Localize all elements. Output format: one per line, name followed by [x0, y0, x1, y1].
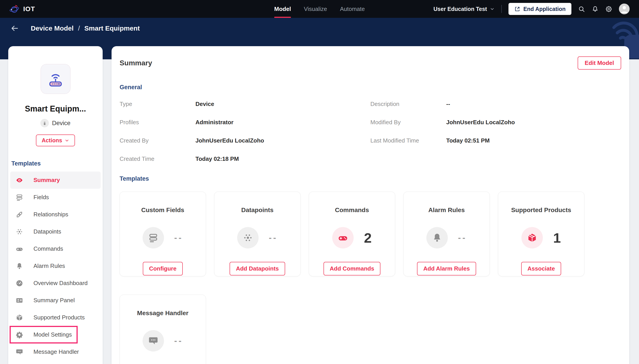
tab-model[interactable]: Model — [274, 0, 291, 18]
card-count-value: 1 — [553, 230, 561, 246]
field-value: JohnUserEdu LocalZoho — [446, 119, 515, 126]
bell-icon — [16, 262, 23, 270]
template-card-alarm-rules: Alarm Rules--Add Alarm Rules — [404, 192, 490, 276]
end-application-button[interactable]: End Application — [508, 3, 572, 15]
card-title: Commands — [335, 206, 369, 214]
associate-button[interactable]: Associate — [521, 262, 561, 276]
general-section-title: General — [120, 84, 621, 91]
sidebar-item-summary[interactable]: Summary — [10, 172, 100, 189]
sidebar-item-alarm-rules[interactable]: Alarm Rules — [10, 258, 100, 274]
model-type-row: Device — [8, 119, 103, 127]
general-field: Created TimeToday 02:18 PM — [120, 156, 370, 162]
search-icon[interactable] — [578, 6, 585, 12]
model-name: Smart Equipm... — [8, 104, 103, 114]
workspace-selector[interactable]: User Education Test — [434, 6, 495, 12]
card-icon-circle — [332, 227, 354, 248]
field-label: Last Modified Time — [370, 137, 446, 144]
card-icon-circle — [522, 227, 543, 248]
field-label: Modified By — [370, 119, 446, 126]
gear-icon — [16, 331, 23, 338]
sidebar-item-label: Model Settings — [34, 331, 72, 338]
breadcrumb-page: Smart Equipment — [84, 24, 140, 32]
summary-panel: Summary Edit Model General TypeDeviceDes… — [112, 46, 629, 364]
general-fields: TypeDeviceDescription--ProfilesAdministr… — [120, 100, 621, 162]
general-field: ProfilesAdministrator — [120, 119, 370, 126]
templates-section-title: Templates — [120, 175, 621, 182]
field-value: -- — [446, 100, 450, 108]
back-arrow-icon[interactable] — [10, 24, 19, 32]
add-commands-button[interactable]: Add Commands — [324, 262, 380, 276]
device-type-badge — [40, 119, 49, 127]
sidebar-item-label: Summary — [34, 177, 60, 184]
field-label: Type — [120, 100, 196, 108]
fields-icon — [16, 194, 23, 201]
sidebar-item-label: Fields — [34, 194, 49, 201]
field-label: Profiles — [120, 119, 196, 126]
app-title: IOT — [23, 5, 35, 13]
page-title: Summary — [120, 59, 152, 67]
sidebar-item-summary-panel[interactable]: Summary Panel — [10, 292, 100, 309]
sidebar-item-fields[interactable]: Fields — [10, 189, 100, 206]
iot-globe-icon — [9, 4, 20, 14]
tab-visualize[interactable]: Visualize — [304, 0, 327, 18]
sidebar-item-label: Commands — [34, 245, 63, 252]
card-icon-circle — [142, 227, 164, 248]
external-link-icon — [514, 6, 520, 12]
sidebar-item-supported-products[interactable]: Supported Products — [10, 309, 100, 326]
notifications-bell-icon[interactable] — [592, 6, 598, 12]
box-icon — [527, 233, 537, 243]
card-count-value: -- — [458, 233, 467, 243]
sidebar-item-label: Summary Panel — [34, 297, 75, 304]
field-label: Description — [370, 100, 446, 108]
card-count-value: -- — [174, 233, 183, 243]
user-avatar[interactable] — [619, 4, 630, 14]
field-value: Today 02:51 PM — [446, 137, 490, 144]
card-count-value: -- — [269, 233, 278, 243]
template-cards-row-2: Message Handler--Configure — [120, 295, 621, 364]
field-label: Created By — [120, 137, 196, 144]
topbar: IOT ModelVisualizeAutomate User Educatio… — [0, 0, 639, 18]
field-value: Device — [196, 100, 214, 108]
router-device-icon — [46, 70, 65, 88]
sidebar-item-label: Relationships — [34, 211, 68, 218]
configure-button[interactable]: Configure — [143, 262, 183, 276]
sidebar-item-commands[interactable]: Commands — [10, 240, 100, 258]
card-icon-circle — [142, 330, 164, 352]
eye-icon — [16, 176, 23, 184]
card-icon-circle — [426, 227, 448, 248]
breadcrumb: Device Model / Smart Equipment — [10, 24, 140, 32]
field-label: Created Time — [120, 156, 196, 162]
sidebar-section-title: Templates — [12, 160, 103, 167]
card-count-value: 2 — [364, 230, 372, 246]
sidebar-item-message-handler[interactable]: Message Handler — [10, 343, 100, 360]
card-title: Alarm Rules — [428, 206, 465, 214]
chat-icon — [16, 348, 23, 356]
actions-button[interactable]: Actions — [36, 134, 75, 146]
field-value: Today 02:18 PM — [196, 156, 239, 162]
add-datapoints-button[interactable]: Add Datapoints — [230, 262, 285, 276]
gauge-icon — [16, 280, 23, 287]
chat-icon — [148, 336, 158, 346]
card-icon-circle — [237, 227, 258, 248]
sidebar-item-relationships[interactable]: Relationships — [10, 206, 100, 223]
main-nav-tabs: ModelVisualizeAutomate — [274, 0, 365, 18]
end-application-label: End Application — [524, 6, 566, 12]
sidebar-item-overview-dashboard[interactable]: Overview Dashboard — [10, 274, 100, 292]
topbar-divider — [501, 5, 502, 13]
settings-gear-icon[interactable] — [605, 6, 612, 12]
fields-icon — [148, 233, 158, 243]
add-alarm-rules-button[interactable]: Add Alarm Rules — [417, 262, 476, 276]
card-title: Datapoints — [241, 206, 274, 214]
card-count-value: -- — [174, 336, 183, 346]
general-field: TypeDevice — [120, 100, 370, 108]
breadcrumb-section[interactable]: Device Model — [31, 24, 74, 32]
sidebar-item-datapoints[interactable]: Datapoints — [10, 223, 100, 240]
template-card-message-handler: Message Handler--Configure — [120, 295, 206, 364]
model-type-label: Device — [52, 120, 70, 127]
sidebar-item-model-settings[interactable]: Model Settings — [10, 326, 100, 343]
tab-automate[interactable]: Automate — [340, 0, 365, 18]
actions-label: Actions — [42, 137, 62, 144]
template-cards-row-1: Custom Fields--ConfigureDatapoints--Add … — [120, 192, 621, 276]
general-field: Modified ByJohnUserEdu LocalZoho — [370, 119, 621, 126]
edit-model-button[interactable]: Edit Model — [578, 56, 621, 70]
